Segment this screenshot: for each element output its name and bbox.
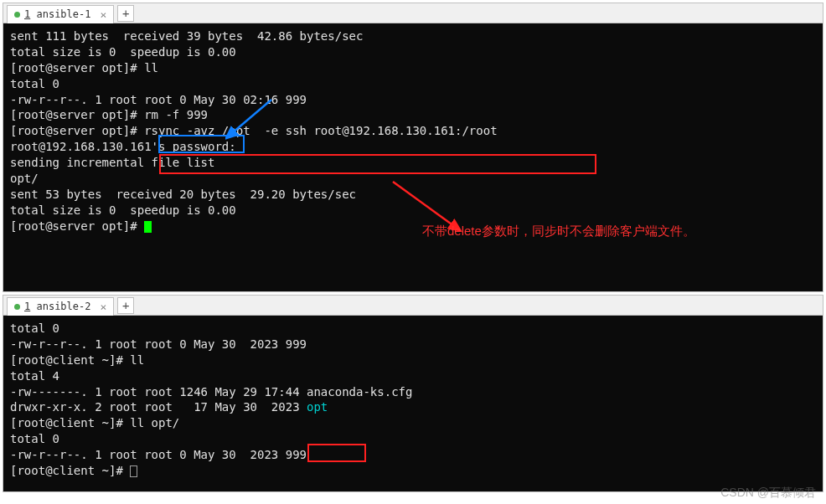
dir-name: opt — [307, 400, 328, 414]
output-line: total size is 0 speedup is 0.00 — [10, 44, 816, 60]
output-line: root@192.168.130.161's password: — [10, 139, 816, 155]
tab-name: ansible-2 — [36, 301, 90, 312]
output-line: sent 111 bytes received 39 bytes 42.86 b… — [10, 28, 816, 44]
output-line: total size is 0 speedup is 0.00 — [10, 203, 816, 219]
tab-bar-1: 1 ansible-1 × + — [3, 3, 823, 23]
terminal-window-2: 1 ansible-2 × + total 0 -rw-r--r--. 1 ro… — [3, 295, 823, 492]
output-line: -rw-------. 1 root root 1246 May 29 17:4… — [10, 384, 816, 400]
tab-bar-2: 1 ansible-2 × + — [3, 296, 823, 316]
output-line: total 0 — [10, 321, 816, 337]
tab-ansible-2[interactable]: 1 ansible-2 × — [7, 297, 114, 316]
output-line: -rw-r--r--. 1 root root 0 May 30 2023 99… — [10, 447, 816, 463]
blue-highlight-box — [158, 135, 245, 153]
red-highlight-box-1 — [159, 154, 596, 174]
watermark-text: CSDN @百慕倾君 — [720, 486, 816, 501]
terminal-1[interactable]: sent 111 bytes received 39 bytes 42.86 b… — [3, 23, 823, 291]
close-icon[interactable]: × — [101, 8, 107, 21]
output-line: drwxr-xr-x. 2 root root 17 May 30 2023 o… — [10, 399, 816, 415]
output-line: -rw-r--r--. 1 root root 0 May 30 02:16 9… — [10, 92, 816, 108]
prompt-line: [root@client ~]# ll — [10, 352, 816, 368]
prompt-line: [root@server opt]# rsync -avz /opt -e ss… — [10, 123, 816, 139]
tab-index: 1 — [24, 8, 30, 20]
close-icon[interactable]: × — [101, 301, 107, 313]
output-line: total 0 — [10, 76, 816, 92]
terminal-2[interactable]: total 0 -rw-r--r--. 1 root root 0 May 30… — [3, 316, 823, 491]
output-line: -rw-r--r--. 1 root root 0 May 30 2023 99… — [10, 337, 816, 352]
tab-ansible-1[interactable]: 1 ansible-1 × — [7, 5, 114, 23]
prompt-line: [root@server opt]# rm -f 999 — [10, 107, 816, 123]
tab-index: 1 — [24, 301, 30, 312]
terminal-window-1: 1 ansible-1 × + sent 111 bytes received … — [3, 3, 823, 292]
new-tab-button[interactable]: + — [117, 297, 134, 314]
output-line: total 0 — [10, 431, 816, 447]
cursor-icon — [144, 221, 152, 233]
cursor-icon — [130, 465, 137, 477]
annotation-text: 不带delete参数时，同步时不会删除客户端文件。 — [422, 223, 695, 239]
status-dot-icon — [14, 12, 20, 18]
red-highlight-box-2 — [307, 444, 366, 462]
prompt-line: [root@client ~]# ll opt/ — [10, 415, 816, 431]
status-dot-icon — [14, 304, 20, 310]
prompt-line: [root@server opt]# ll — [10, 60, 816, 76]
new-tab-button[interactable]: + — [117, 5, 134, 22]
output-line: sent 53 bytes received 20 bytes 29.20 by… — [10, 187, 816, 203]
output-line: total 4 — [10, 368, 816, 384]
prompt-line: [root@client ~]# — [10, 463, 816, 479]
tab-name: ansible-1 — [36, 8, 90, 20]
